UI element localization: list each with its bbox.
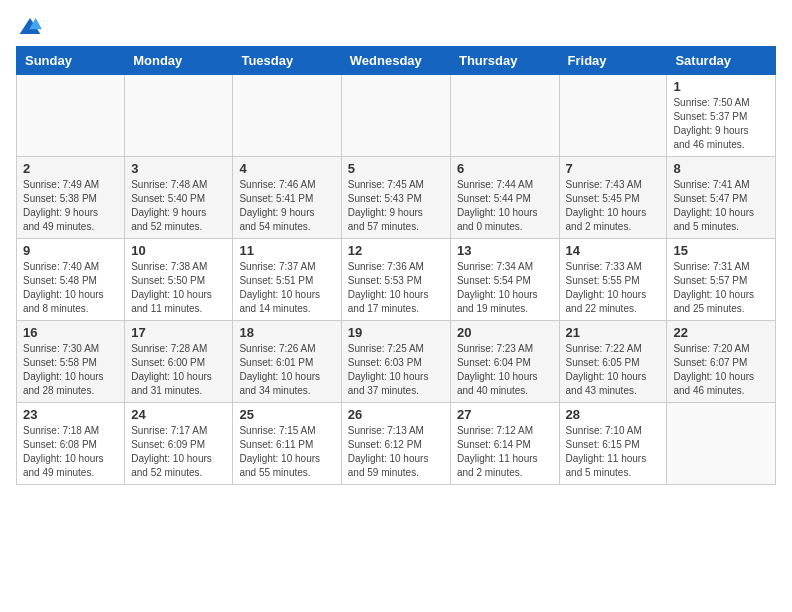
day-number: 11 [239, 243, 334, 258]
calendar-cell [125, 75, 233, 157]
day-number: 14 [566, 243, 661, 258]
day-number: 13 [457, 243, 553, 258]
day-number: 22 [673, 325, 769, 340]
day-number: 21 [566, 325, 661, 340]
day-number: 27 [457, 407, 553, 422]
day-info: Sunrise: 7:37 AM Sunset: 5:51 PM Dayligh… [239, 260, 334, 316]
day-info: Sunrise: 7:40 AM Sunset: 5:48 PM Dayligh… [23, 260, 118, 316]
day-info: Sunrise: 7:38 AM Sunset: 5:50 PM Dayligh… [131, 260, 226, 316]
calendar-cell: 13Sunrise: 7:34 AM Sunset: 5:54 PM Dayli… [450, 239, 559, 321]
day-number: 15 [673, 243, 769, 258]
day-info: Sunrise: 7:26 AM Sunset: 6:01 PM Dayligh… [239, 342, 334, 398]
calendar-cell: 27Sunrise: 7:12 AM Sunset: 6:14 PM Dayli… [450, 403, 559, 485]
calendar-cell: 4Sunrise: 7:46 AM Sunset: 5:41 PM Daylig… [233, 157, 341, 239]
day-number: 5 [348, 161, 444, 176]
calendar-cell [341, 75, 450, 157]
calendar-cell: 26Sunrise: 7:13 AM Sunset: 6:12 PM Dayli… [341, 403, 450, 485]
day-number: 10 [131, 243, 226, 258]
calendar-table: SundayMondayTuesdayWednesdayThursdayFrid… [16, 46, 776, 485]
calendar-week-row: 9Sunrise: 7:40 AM Sunset: 5:48 PM Daylig… [17, 239, 776, 321]
calendar-cell [559, 75, 667, 157]
page-header [16, 16, 776, 36]
day-info: Sunrise: 7:17 AM Sunset: 6:09 PM Dayligh… [131, 424, 226, 480]
calendar-cell: 1Sunrise: 7:50 AM Sunset: 5:37 PM Daylig… [667, 75, 776, 157]
day-info: Sunrise: 7:33 AM Sunset: 5:55 PM Dayligh… [566, 260, 661, 316]
day-info: Sunrise: 7:34 AM Sunset: 5:54 PM Dayligh… [457, 260, 553, 316]
day-number: 26 [348, 407, 444, 422]
day-number: 25 [239, 407, 334, 422]
calendar-cell: 11Sunrise: 7:37 AM Sunset: 5:51 PM Dayli… [233, 239, 341, 321]
weekday-header-monday: Monday [125, 47, 233, 75]
calendar-cell [17, 75, 125, 157]
day-number: 7 [566, 161, 661, 176]
calendar-cell: 19Sunrise: 7:25 AM Sunset: 6:03 PM Dayli… [341, 321, 450, 403]
day-number: 20 [457, 325, 553, 340]
calendar-week-row: 23Sunrise: 7:18 AM Sunset: 6:08 PM Dayli… [17, 403, 776, 485]
day-number: 28 [566, 407, 661, 422]
calendar-cell: 6Sunrise: 7:44 AM Sunset: 5:44 PM Daylig… [450, 157, 559, 239]
calendar-cell: 10Sunrise: 7:38 AM Sunset: 5:50 PM Dayli… [125, 239, 233, 321]
calendar-cell [667, 403, 776, 485]
calendar-cell: 2Sunrise: 7:49 AM Sunset: 5:38 PM Daylig… [17, 157, 125, 239]
weekday-header-tuesday: Tuesday [233, 47, 341, 75]
weekday-header-saturday: Saturday [667, 47, 776, 75]
calendar-cell: 15Sunrise: 7:31 AM Sunset: 5:57 PM Dayli… [667, 239, 776, 321]
calendar-cell: 8Sunrise: 7:41 AM Sunset: 5:47 PM Daylig… [667, 157, 776, 239]
day-info: Sunrise: 7:30 AM Sunset: 5:58 PM Dayligh… [23, 342, 118, 398]
calendar-cell: 5Sunrise: 7:45 AM Sunset: 5:43 PM Daylig… [341, 157, 450, 239]
day-info: Sunrise: 7:23 AM Sunset: 6:04 PM Dayligh… [457, 342, 553, 398]
day-info: Sunrise: 7:45 AM Sunset: 5:43 PM Dayligh… [348, 178, 444, 234]
calendar-cell: 28Sunrise: 7:10 AM Sunset: 6:15 PM Dayli… [559, 403, 667, 485]
day-number: 16 [23, 325, 118, 340]
day-info: Sunrise: 7:20 AM Sunset: 6:07 PM Dayligh… [673, 342, 769, 398]
day-number: 4 [239, 161, 334, 176]
day-number: 18 [239, 325, 334, 340]
day-info: Sunrise: 7:22 AM Sunset: 6:05 PM Dayligh… [566, 342, 661, 398]
day-number: 3 [131, 161, 226, 176]
calendar-cell: 24Sunrise: 7:17 AM Sunset: 6:09 PM Dayli… [125, 403, 233, 485]
day-info: Sunrise: 7:15 AM Sunset: 6:11 PM Dayligh… [239, 424, 334, 480]
weekday-header-sunday: Sunday [17, 47, 125, 75]
calendar-cell [450, 75, 559, 157]
day-info: Sunrise: 7:36 AM Sunset: 5:53 PM Dayligh… [348, 260, 444, 316]
day-number: 12 [348, 243, 444, 258]
calendar-week-row: 16Sunrise: 7:30 AM Sunset: 5:58 PM Dayli… [17, 321, 776, 403]
weekday-header-wednesday: Wednesday [341, 47, 450, 75]
day-number: 1 [673, 79, 769, 94]
day-number: 19 [348, 325, 444, 340]
weekday-header-row: SundayMondayTuesdayWednesdayThursdayFrid… [17, 47, 776, 75]
day-number: 8 [673, 161, 769, 176]
calendar-cell: 21Sunrise: 7:22 AM Sunset: 6:05 PM Dayli… [559, 321, 667, 403]
calendar-cell: 3Sunrise: 7:48 AM Sunset: 5:40 PM Daylig… [125, 157, 233, 239]
day-info: Sunrise: 7:46 AM Sunset: 5:41 PM Dayligh… [239, 178, 334, 234]
day-number: 17 [131, 325, 226, 340]
day-info: Sunrise: 7:43 AM Sunset: 5:45 PM Dayligh… [566, 178, 661, 234]
calendar-cell: 16Sunrise: 7:30 AM Sunset: 5:58 PM Dayli… [17, 321, 125, 403]
day-info: Sunrise: 7:49 AM Sunset: 5:38 PM Dayligh… [23, 178, 118, 234]
day-number: 23 [23, 407, 118, 422]
calendar-week-row: 2Sunrise: 7:49 AM Sunset: 5:38 PM Daylig… [17, 157, 776, 239]
day-info: Sunrise: 7:48 AM Sunset: 5:40 PM Dayligh… [131, 178, 226, 234]
day-info: Sunrise: 7:10 AM Sunset: 6:15 PM Dayligh… [566, 424, 661, 480]
calendar-cell: 7Sunrise: 7:43 AM Sunset: 5:45 PM Daylig… [559, 157, 667, 239]
calendar-cell: 25Sunrise: 7:15 AM Sunset: 6:11 PM Dayli… [233, 403, 341, 485]
day-info: Sunrise: 7:13 AM Sunset: 6:12 PM Dayligh… [348, 424, 444, 480]
calendar-cell [233, 75, 341, 157]
calendar-cell: 22Sunrise: 7:20 AM Sunset: 6:07 PM Dayli… [667, 321, 776, 403]
day-info: Sunrise: 7:12 AM Sunset: 6:14 PM Dayligh… [457, 424, 553, 480]
day-info: Sunrise: 7:31 AM Sunset: 5:57 PM Dayligh… [673, 260, 769, 316]
day-number: 6 [457, 161, 553, 176]
calendar-week-row: 1Sunrise: 7:50 AM Sunset: 5:37 PM Daylig… [17, 75, 776, 157]
calendar-cell: 18Sunrise: 7:26 AM Sunset: 6:01 PM Dayli… [233, 321, 341, 403]
logo [16, 16, 44, 36]
calendar-cell: 23Sunrise: 7:18 AM Sunset: 6:08 PM Dayli… [17, 403, 125, 485]
day-info: Sunrise: 7:50 AM Sunset: 5:37 PM Dayligh… [673, 96, 769, 152]
logo-icon [18, 16, 42, 36]
calendar-cell: 9Sunrise: 7:40 AM Sunset: 5:48 PM Daylig… [17, 239, 125, 321]
day-number: 2 [23, 161, 118, 176]
day-number: 9 [23, 243, 118, 258]
day-info: Sunrise: 7:25 AM Sunset: 6:03 PM Dayligh… [348, 342, 444, 398]
day-info: Sunrise: 7:41 AM Sunset: 5:47 PM Dayligh… [673, 178, 769, 234]
day-number: 24 [131, 407, 226, 422]
weekday-header-thursday: Thursday [450, 47, 559, 75]
